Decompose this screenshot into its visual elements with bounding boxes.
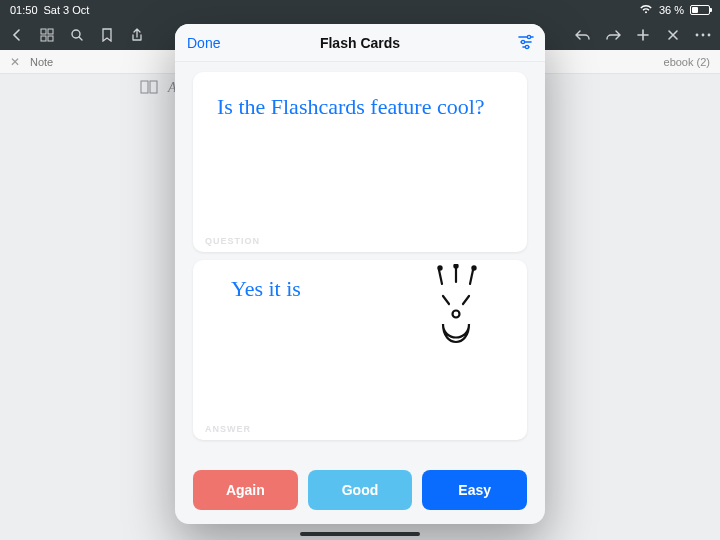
- modal-header: Done Flash Cards: [175, 24, 545, 62]
- flashcards-modal: Done Flash Cards Is the Flashcards featu…: [175, 24, 545, 524]
- answer-label: ANSWER: [205, 424, 251, 434]
- svg-point-13: [438, 266, 441, 269]
- more-icon[interactable]: [694, 26, 712, 44]
- svg-point-6: [702, 34, 705, 37]
- svg-rect-1: [48, 29, 53, 34]
- modal-title: Flash Cards: [320, 35, 400, 51]
- add-icon[interactable]: [634, 26, 652, 44]
- back-icon[interactable]: [8, 26, 26, 44]
- battery-icon: [690, 5, 710, 15]
- home-indicator[interactable]: [300, 532, 420, 536]
- done-button[interactable]: Done: [187, 24, 220, 62]
- svg-point-15: [472, 266, 475, 269]
- filter-icon: [517, 33, 535, 54]
- status-date: Sat 3 Oct: [44, 4, 90, 16]
- wifi-icon: [639, 4, 653, 16]
- svg-point-12: [525, 45, 528, 48]
- redo-icon[interactable]: [604, 26, 622, 44]
- modal-footer: Again Good Easy: [175, 462, 545, 524]
- modal-body: Is the Flashcards feature cool? QUESTION…: [175, 62, 545, 462]
- grid-icon[interactable]: [38, 26, 56, 44]
- svg-rect-3: [48, 36, 53, 41]
- filter-button[interactable]: [517, 24, 535, 62]
- svg-point-7: [708, 34, 711, 37]
- tab-close-icon[interactable]: ✕: [10, 55, 20, 69]
- breadcrumb-right[interactable]: ebook (2): [664, 56, 710, 68]
- battery-percent: 36 %: [659, 4, 684, 16]
- easy-button[interactable]: Easy: [422, 470, 527, 510]
- smiley-doodle-icon: [421, 264, 491, 354]
- ipad-status-bar: 01:50 Sat 3 Oct 36 %: [0, 0, 720, 20]
- svg-rect-9: [150, 81, 157, 93]
- svg-point-14: [454, 264, 457, 267]
- good-button[interactable]: Good: [308, 470, 413, 510]
- question-handwriting: Is the Flashcards feature cool?: [207, 82, 513, 125]
- again-button[interactable]: Again: [193, 470, 298, 510]
- search-icon[interactable]: [68, 26, 86, 44]
- bookmark-icon[interactable]: [98, 26, 116, 44]
- question-card[interactable]: Is the Flashcards feature cool? QUESTION: [193, 72, 527, 252]
- svg-rect-8: [141, 81, 148, 93]
- two-page-icon[interactable]: [140, 80, 158, 97]
- share-icon[interactable]: [128, 26, 146, 44]
- undo-icon[interactable]: [574, 26, 592, 44]
- svg-point-10: [527, 35, 530, 38]
- status-time: 01:50: [10, 4, 38, 16]
- question-label: QUESTION: [205, 236, 260, 246]
- svg-point-16: [453, 311, 460, 318]
- svg-point-5: [696, 34, 699, 37]
- svg-rect-2: [41, 36, 46, 41]
- close-icon[interactable]: [664, 26, 682, 44]
- svg-rect-0: [41, 29, 46, 34]
- answer-card[interactable]: Yes it is ANSWER: [193, 260, 527, 440]
- breadcrumb-left[interactable]: Note: [30, 56, 53, 68]
- svg-point-11: [521, 40, 524, 43]
